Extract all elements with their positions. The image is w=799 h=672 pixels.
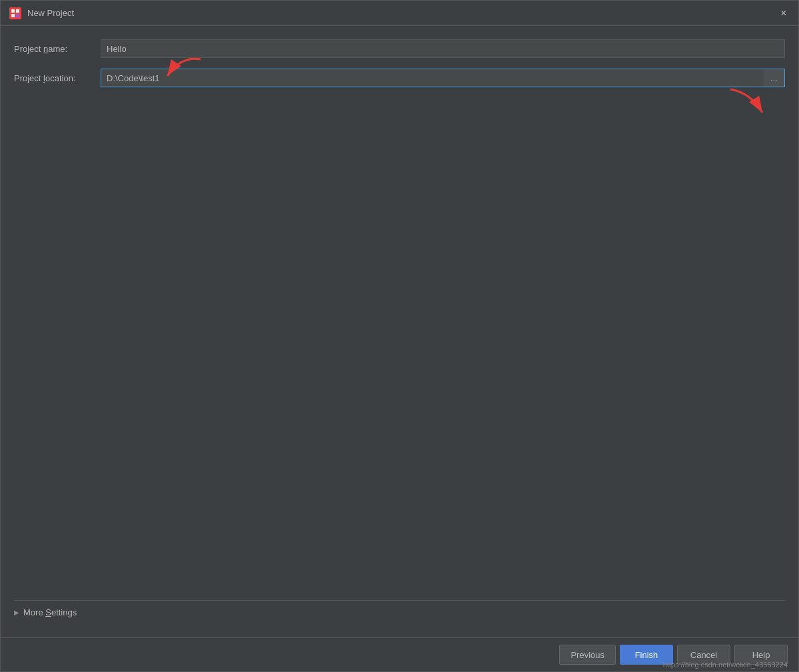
dialog-content: Project name: Project location: ... (1, 26, 798, 637)
project-location-input[interactable] (101, 69, 764, 87)
project-name-input[interactable] (101, 39, 785, 58)
svg-rect-4 (16, 14, 19, 17)
previous-button[interactable]: Previous (559, 645, 616, 665)
svg-rect-3 (11, 14, 15, 17)
project-location-label: Project location: (14, 73, 101, 83)
more-settings-arrow-icon: ▶ (14, 609, 19, 616)
dialog-title: New Project (27, 8, 777, 18)
svg-rect-1 (11, 9, 15, 13)
content-spacer (14, 98, 785, 600)
title-bar: New Project × (1, 1, 798, 26)
project-location-group: ... (101, 69, 785, 87)
browse-button[interactable]: ... (764, 69, 785, 87)
app-icon (9, 7, 22, 20)
close-button[interactable]: × (777, 7, 790, 20)
project-name-label: Project name: (14, 44, 101, 54)
svg-rect-2 (16, 9, 19, 13)
project-location-row: Project location: ... (14, 69, 785, 87)
project-name-row: Project name: (14, 39, 785, 58)
svg-rect-0 (9, 7, 21, 19)
more-settings-section[interactable]: ▶ More Settings (14, 600, 785, 624)
new-project-dialog: New Project × Project name: Project loca… (0, 0, 799, 672)
more-settings-label: More Settings (23, 607, 77, 617)
watermark-text: https://blog.csdn.net/weixin_43563224 (663, 661, 788, 669)
